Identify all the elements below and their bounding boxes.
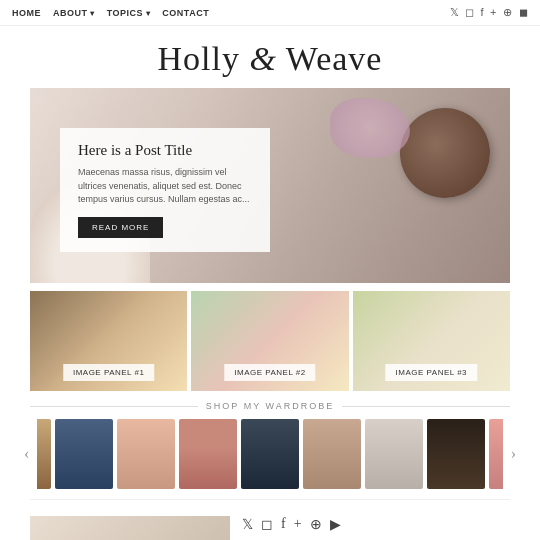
sidebar-facebook-icon[interactable]: f [281, 516, 286, 533]
recent-post: BEAUTY FOOD Here is a Post Title Maecena… [30, 516, 230, 540]
shop-items-container: ‹ › [0, 419, 540, 489]
post-thumbnail[interactable] [30, 516, 230, 540]
shop-item-5[interactable] [241, 419, 299, 489]
shop-next-button[interactable]: › [507, 445, 520, 463]
nav-contact[interactable]: CONTACT [162, 8, 209, 18]
sidebar: 𝕏 ◻ f + ⊕ ▶ 🔍 INSTAGRAM [242, 516, 510, 540]
shop-wardrobe-section: SHOP MY WARDROBE ‹ › [0, 401, 540, 489]
nav-about[interactable]: ABOUT [53, 8, 95, 18]
sidebar-social-icons: 𝕏 ◻ f + ⊕ ▶ [242, 516, 510, 533]
shop-item-3[interactable] [117, 419, 175, 489]
hero-teacup-decoration [400, 108, 490, 198]
shop-item-2[interactable] [55, 419, 113, 489]
shop-item-8[interactable] [427, 419, 485, 489]
hero-overlay: Here is a Post Title Maecenas massa risu… [60, 128, 270, 252]
image-panel-3[interactable]: IMAGE PANEL #3 [353, 291, 510, 391]
nav-links: HOME ABOUT TOPICS CONTACT [12, 8, 209, 18]
shop-item-7[interactable] [365, 419, 423, 489]
facebook-icon[interactable]: f [481, 6, 485, 19]
read-more-button[interactable]: READ MORE [78, 217, 163, 238]
hero-section: Here is a Post Title Maecenas massa risu… [30, 88, 510, 283]
sidebar-plus-icon[interactable]: + [294, 516, 302, 533]
shop-item-1[interactable] [37, 419, 51, 489]
site-title: Holly & Weave [0, 40, 540, 78]
shop-wardrobe-title: SHOP MY WARDROBE [0, 401, 540, 411]
shop-item-9[interactable] [489, 419, 503, 489]
site-header: Holly & Weave [0, 26, 540, 88]
hero-post-title: Here is a Post Title [78, 142, 252, 159]
shop-prev-button[interactable]: ‹ [20, 445, 33, 463]
sidebar-youtube-icon[interactable]: ▶ [330, 516, 341, 533]
shop-items-list [37, 419, 502, 489]
shop-item-6[interactable] [303, 419, 361, 489]
shop-item-4[interactable] [179, 419, 237, 489]
nav-social-icons: 𝕏 ◻ f + ⊕ ◼ [450, 6, 529, 19]
panel-3-label: IMAGE PANEL #3 [386, 364, 477, 381]
sidebar-pinterest-icon[interactable]: ⊕ [310, 516, 322, 533]
divider [30, 499, 510, 500]
image-panel-2[interactable]: IMAGE PANEL #2 [191, 291, 348, 391]
instagram-icon[interactable]: ◻ [465, 6, 475, 19]
panel-2-label: IMAGE PANEL #2 [224, 364, 315, 381]
pinterest-icon[interactable]: ⊕ [503, 6, 513, 19]
plus-icon[interactable]: + [490, 6, 497, 19]
sidebar-instagram-icon[interactable]: ◻ [261, 516, 273, 533]
hero-excerpt: Maecenas massa risus, dignissim vel ultr… [78, 166, 252, 207]
twitter-icon[interactable]: 𝕏 [450, 6, 460, 19]
bottom-section: BEAUTY FOOD Here is a Post Title Maecena… [0, 506, 540, 540]
sidebar-twitter-icon[interactable]: 𝕏 [242, 516, 253, 533]
navigation: HOME ABOUT TOPICS CONTACT 𝕏 ◻ f + ⊕ ◼ [0, 0, 540, 26]
rss-icon[interactable]: ◼ [519, 6, 529, 19]
nav-topics[interactable]: TOPICS [107, 8, 151, 18]
nav-home[interactable]: HOME [12, 8, 41, 18]
image-panel-1[interactable]: IMAGE PANEL #1 [30, 291, 187, 391]
panel-1-label: IMAGE PANEL #1 [63, 364, 154, 381]
image-panels: IMAGE PANEL #1 IMAGE PANEL #2 IMAGE PANE… [30, 291, 510, 391]
